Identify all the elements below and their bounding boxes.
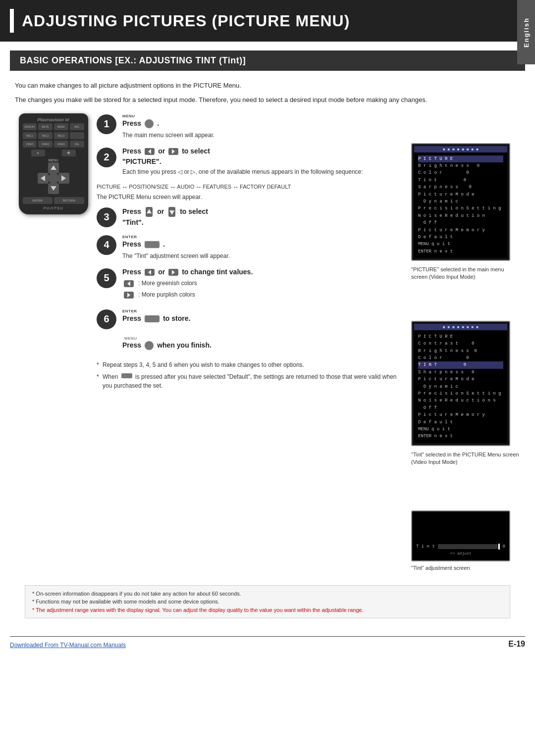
screen1-line-default: D e f a u l t [418,234,503,241]
step-2-toselect: to select [182,147,210,156]
note-enter-btn [121,373,133,379]
steps-area: Plasmavision W DISPLAY MUTE MENU ARC REC… [15,113,520,580]
step-3-press: Press [122,207,141,217]
screen2-line-color: C o l o r 0 [418,354,503,361]
menu-button-svg [144,119,154,129]
step-1-press: Press [122,119,141,129]
right-arrow-icon [61,175,66,181]
step5-greenish-arrow [123,279,134,289]
screen1-line-menu-quit: MENU q u i t [418,241,503,248]
step-1-period: . [157,119,159,129]
step-4-instruction-main: Press . [122,240,406,250]
step-6-number: 6 [97,309,116,329]
press-menu-finish-suffix: when you finish. [157,341,212,351]
remote-nav-area [23,162,84,194]
svg-point-19 [145,341,154,350]
svg-point-0 [145,119,154,128]
up-arrow-btn-icon [144,206,154,217]
remote-btn-video1: VIDEO [23,141,37,148]
step-3-quote: "Tint". [122,218,406,226]
language-label: English [523,17,530,48]
screen2-line-picture: P I C T U R E [418,333,503,340]
tint-bar [438,544,500,549]
footnote-1: * On-screen information disappears if yo… [32,590,503,598]
enter-label-above: ENTER [122,234,137,240]
step5-left-arrow-svg [144,267,155,277]
footer: Downloaded From TV-Manual.com Manuals E-… [10,636,525,649]
remote-brand: Plasmavision W [23,117,84,122]
remote-nav-down [48,183,59,194]
step-4-enter-label-above: ENTER [122,234,137,240]
step-3-number: 3 [97,207,116,227]
screen2-line-off: O f f [418,404,503,411]
step-4-instruction: ENTER [122,234,406,240]
menu-flow-item-1: POSITION/SIZE [129,184,168,190]
menu-flow-item-2: AUDIO [177,184,194,190]
notes-section: Repeat steps 3, 4, 5 and 6 when you wish… [97,360,406,390]
press-menu-finish-press: Press [122,341,141,351]
svg-rect-18 [145,315,160,322]
screen2-line-tint: T I N T 0 [418,361,503,368]
step-6-instruction-main: Press to store. [122,314,406,324]
step-1-number: 1 [97,114,116,134]
step-6-instruction: ENTER [122,308,406,314]
screen2-header-bar: ■ ■ ■ ■ ■ ■ ■ ■ [414,324,507,330]
remote-btn-vol: VOL [70,141,84,148]
screen1-line-noisered: N o i s e R e d u t i o n [418,212,503,219]
step-2-desc: Each time you press ◁ or ▷, one of the a… [122,167,406,176]
remote-btn-plus: + [62,150,76,156]
screen2-line-precision: P r e c i s i o n S e t t i n g [418,390,503,397]
left-arrow-icon [41,175,45,181]
remote-btn-video2: VIDEO [38,141,53,148]
footnotes-area: * On-screen information disappears if yo… [25,585,510,619]
screen2-line-picmem: P i c t u r e M e m o r y [418,411,503,418]
step-2-row: 2 Press or [97,147,406,176]
menu-flow: PICTURE ↔ POSITION/SIZE ↔ AUDIO ↔ FEATUR… [97,183,406,191]
step-5-bullet-2-text: : More purplish colors [138,290,195,300]
note-1: Repeat steps 3, 4, 5 and 6 when you wish… [97,360,406,369]
screen1-mockup: ■ ■ ■ ■ ■ ■ ■ ■ P I C T U R E B r i g h … [411,143,510,261]
remote-btn-r1c3: REC3 [54,132,68,139]
step-1-instruction: MENU [122,113,406,119]
step-1-instruction-main: Press . [122,119,406,129]
screen3-wrapper: T i n t 0 <> adjust "Tint" adjustment sc… [411,510,520,572]
step-4-row: 4 ENTER Press [97,234,406,260]
step-3-instruction: Press or [122,206,406,217]
header-accent-bar [10,9,14,33]
press-menu-finish-area: MENU Press when you finish. [97,336,406,351]
remote-btn-menu: MENU [54,123,68,130]
step-5-bullet-1-text: : More greenish colors [138,279,197,288]
screen1-line-picture: P I C T U R E [418,155,503,162]
remote-nav-up [48,162,59,173]
step5-left-arrow-btn [144,267,155,277]
remote-btn-r1c2: REC2 [38,132,53,139]
step-1-label-above-wrapper: MENU [122,113,135,119]
step5-right-arrow-svg [168,267,179,277]
right-arrow-btn-svg [168,147,179,156]
screen1-line-enter-next: ENTER n e x t [418,248,503,255]
step5-right-arrow-btn [168,267,179,277]
press-menu-finish-row: MENU Press when you finish. [97,336,406,351]
footer-link[interactable]: Downloaded From TV-Manual.com Manuals [10,642,126,649]
screen1-line-dynamic: D y n a m i c [418,198,503,205]
screen2-mockup: ■ ■ ■ ■ ■ ■ ■ ■ P I C T U R E C o n t r … [411,321,510,446]
remote-btn-return: RETURN [54,197,84,204]
step5-greenish-svg [123,279,134,289]
screen1-inner: P I C T U R E B r i g h t n e s s 0 C o … [414,152,507,258]
remote-nav-cross [38,162,69,194]
svg-rect-20 [121,373,132,378]
screen2-line-menu-quit: MENU q u i t [418,426,503,433]
down-arrow-icon [51,186,56,191]
step-3-toselect: to select [180,207,208,217]
screen2-line-noisered: N o i s e R e d u c t i o n s [418,397,503,404]
remote-btn-r1c1: REC1 [23,132,37,139]
menu-flow-arrow-3: ↔ [232,183,239,191]
step-2-press: Press [122,147,141,156]
note-2-text: When [103,373,120,380]
screen3-tint: T i n t 0 <> adjust [411,510,510,561]
enter-btn-svg [144,241,160,249]
right-arrow-btn-icon [168,147,179,156]
menu-flow-arrow-2: ↔ [195,183,202,191]
screen2-line-default: D e f a u l t [418,419,503,426]
menu-button-icon [144,119,154,129]
